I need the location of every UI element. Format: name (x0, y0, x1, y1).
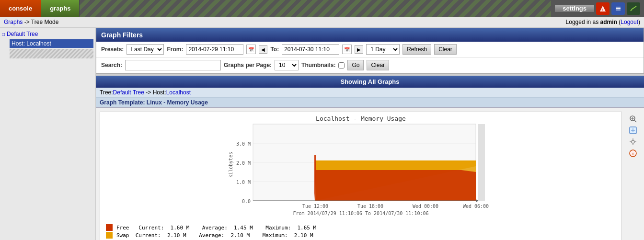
search-label: Search: (101, 62, 122, 69)
graphs-breadcrumb-link[interactable]: Graphs (4, 19, 23, 25)
thumbnails-checkbox[interactable] (338, 62, 345, 69)
zoom-icon (629, 114, 637, 123)
svg-text:Wed 00:00: Wed 00:00 (413, 204, 438, 209)
chart-icon (630, 5, 637, 12)
host-link[interactable]: Localhost (166, 89, 191, 96)
clear2-button[interactable]: Clear (367, 60, 389, 70)
swap-color (106, 232, 113, 239)
tree-link[interactable]: Default Tree (113, 89, 144, 96)
search-input[interactable] (125, 60, 221, 70)
graphs-per-page-label: Graphs per Page: (224, 62, 272, 69)
bell-icon: ! (599, 5, 606, 12)
logged-in-info: Logged in as admin (Logout) (566, 19, 640, 25)
from-calendar-icon[interactable]: 📅 (246, 45, 256, 54)
breadcrumb-bar: Graphs -> Tree Mode Logged in as admin (… (0, 17, 644, 28)
svg-text:1.0 M: 1.0 M (236, 180, 251, 185)
free-color (106, 224, 113, 231)
list-icon (615, 5, 621, 12)
to-calendar-icon[interactable]: 📅 (342, 45, 352, 54)
settings-wrench-icon (629, 137, 637, 146)
filters-panel: Graph Filters Presets: Last Day From: 📅 … (96, 28, 644, 74)
filter-row-1: Presets: Last Day From: 📅 ◀ To: 📅 ▶ 1 Da… (96, 42, 644, 57)
graph-template-line: Graph Template: Linux - Memory Usage (96, 98, 644, 108)
graphs-tab[interactable]: graphs (41, 0, 80, 17)
to-input[interactable] (282, 44, 339, 55)
svg-point-38 (632, 140, 634, 143)
prev-arrow[interactable]: ◀ (259, 45, 267, 54)
svg-text:Tue 18:00: Tue 18:00 (357, 204, 383, 209)
legend-row-swap: Swap Current: 2.10 M Average: 2.10 M Max… (106, 232, 616, 239)
graph-display: Showing All Graphs Tree:Default Tree -> … (96, 76, 644, 240)
graph-box: Localhost - Memory Usage 0.0 1.0 M (100, 112, 622, 240)
info-icon: i (629, 149, 637, 158)
next-arrow[interactable]: ▶ (355, 45, 363, 54)
svg-text:Wed 06:00: Wed 06:00 (463, 204, 489, 209)
svg-text:0.0: 0.0 (242, 199, 251, 204)
settings-tab[interactable]: settings (555, 5, 594, 12)
refresh-button[interactable]: Refresh (402, 44, 431, 55)
sidebar-host-item[interactable]: Host: Localhost (10, 39, 93, 48)
graph-icon-2[interactable] (628, 125, 638, 136)
legend-row-free: Free Current: 1.60 M Average: 1.45 M Max… (106, 224, 616, 231)
svg-text:Tue 12:00: Tue 12:00 (302, 204, 328, 209)
svg-text:i: i (632, 151, 634, 156)
svg-text:From 2014/07/29 11:10:06 To 20: From 2014/07/29 11:10:06 To 2014/07/30 1… (293, 211, 429, 216)
svg-marker-20 (315, 170, 476, 201)
sidebar-tree-header[interactable]: □ Default Tree (2, 31, 93, 37)
thumbnails-label: Thumbnails: (301, 62, 335, 69)
settings-graph-icon-btn[interactable] (628, 137, 638, 147)
clear-button[interactable]: Clear (434, 44, 457, 55)
go-button[interactable]: Go (347, 60, 364, 70)
logout-link[interactable]: Logout (621, 19, 638, 25)
main-layout: □ Default Tree Host: Localhost Graph Fil… (0, 28, 644, 240)
svg-rect-2 (616, 7, 621, 8)
tree-collapse-icon: □ (2, 32, 5, 37)
graph-icons: i (626, 112, 640, 240)
graph-detail-icon (629, 126, 637, 135)
svg-text:2.0 M: 2.0 M (236, 160, 251, 166)
top-nav: console graphs settings ! (0, 0, 644, 17)
zoom-icon-btn[interactable] (628, 114, 638, 124)
alert-icon-btn[interactable]: ! (596, 2, 610, 15)
from-input[interactable] (186, 44, 243, 55)
filter-row-2: Search: Graphs per Page: 10 Thumbnails: … (96, 57, 644, 73)
filters-header: Graph Filters (96, 28, 644, 42)
console-tab[interactable]: console (0, 0, 41, 17)
nav-right: settings ! (551, 0, 644, 17)
graph-container: Localhost - Memory Usage 0.0 1.0 M (96, 108, 644, 240)
graph-tree-line: Tree:Default Tree -> Host:Localhost (96, 88, 644, 98)
list-icon-btn[interactable] (611, 2, 625, 15)
svg-line-32 (634, 120, 636, 122)
svg-rect-3 (616, 8, 621, 9)
presets-label: Presets: (101, 46, 124, 53)
sidebar-placeholder (10, 49, 93, 58)
chart-icon-btn[interactable] (627, 2, 640, 15)
graphs-per-page-select[interactable]: 10 (275, 60, 299, 70)
from-label: From: (167, 46, 183, 53)
graph-display-header: Showing All Graphs (96, 76, 644, 88)
memory-usage-graph: Localhost - Memory Usage 0.0 1.0 M (227, 112, 495, 222)
svg-text:3.0 M: 3.0 M (236, 141, 251, 147)
graph-legend: Free Current: 1.60 M Average: 1.45 M Max… (100, 222, 621, 240)
svg-text:Localhost - Memory Usage: Localhost - Memory Usage (316, 115, 406, 122)
content-area: Graph Filters Presets: Last Day From: 📅 … (96, 28, 644, 240)
nav-stripe (80, 0, 551, 17)
span-select[interactable]: 1 Day (366, 44, 400, 55)
sidebar-tree-link[interactable]: Default Tree (7, 31, 38, 37)
presets-select[interactable]: Last Day (126, 44, 164, 55)
sidebar: □ Default Tree Host: Localhost (0, 28, 96, 240)
info-icon-btn[interactable]: i (628, 148, 638, 159)
svg-rect-4 (616, 10, 621, 11)
svg-text:kilobytes: kilobytes (228, 152, 233, 178)
breadcrumb: Graphs -> Tree Mode (4, 19, 58, 25)
to-label: To: (270, 46, 279, 53)
svg-rect-29 (478, 124, 485, 201)
svg-text:!: ! (602, 8, 603, 11)
